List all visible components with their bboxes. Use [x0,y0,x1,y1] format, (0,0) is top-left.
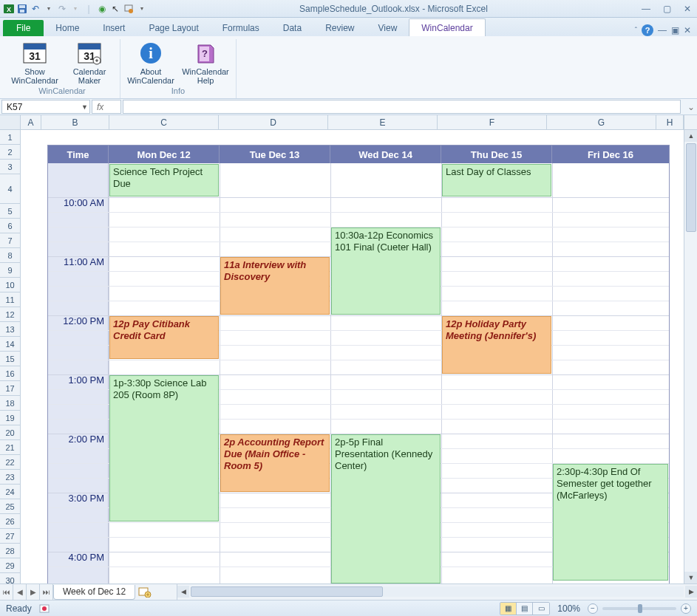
qat-customize-icon[interactable]: ▼ [136,3,148,15]
event-tue-2p[interactable]: 2p Accounting Report Due (Main Office - … [220,434,330,492]
qat-globe-icon[interactable]: ◉ [96,3,108,15]
tab-home[interactable]: Home [44,19,91,36]
zoom-slider[interactable]: − + [588,603,691,614]
workbook-min-icon[interactable]: ― [658,25,667,35]
row-8[interactable]: 8 [0,248,20,263]
row-1[interactable]: 1 [0,130,20,145]
zoom-thumb[interactable] [638,604,642,613]
maximize-button[interactable]: ▢ [660,4,673,14]
col-E[interactable]: E [328,115,438,129]
hscroll-thumb[interactable] [191,586,383,597]
qat-tools-icon[interactable] [123,3,135,15]
qat-cursor-icon[interactable]: ↖ [109,3,121,15]
event-mon-12p[interactable]: 12p Pay Citibank Credit Card [109,316,219,359]
event-mon-1p[interactable]: 1p-3:30p Science Lab 205 (Room 8P) [109,375,219,521]
row-23[interactable]: 23 [0,470,20,485]
view-page-break-icon[interactable]: ▭ [533,603,549,615]
formula-input[interactable] [123,100,681,114]
row-18[interactable]: 18 [0,396,20,411]
row-7[interactable]: 7 [0,233,20,248]
tab-view[interactable]: View [367,19,409,36]
undo-icon[interactable]: ↶ [30,3,41,15]
calendar-maker-button[interactable]: 31 Calendar Maker [67,41,112,85]
row-12[interactable]: 12 [0,307,20,322]
row-10[interactable]: 10 [0,278,20,292]
zoom-percent[interactable]: 100% [557,603,580,614]
tab-data[interactable]: Data [271,19,313,36]
name-box-dropdown-icon[interactable]: ▼ [81,103,88,111]
row-28[interactable]: 28 [0,544,20,558]
tab-page-layout[interactable]: Page Layout [137,19,210,36]
row-11[interactable]: 11 [0,292,20,307]
about-wincalendar-button[interactable]: i About WinCalendar [128,41,174,85]
col-B[interactable]: B [41,115,109,129]
select-all-corner[interactable] [0,115,21,129]
row-27[interactable]: 27 [0,529,20,544]
row-9[interactable]: 9 [0,263,20,278]
row-4[interactable]: 4 [0,174,20,204]
minimize-button[interactable]: ― [639,4,653,14]
row-26[interactable]: 26 [0,514,20,529]
event-tue-11a[interactable]: 11a Interview with Discovery [220,257,330,315]
sheet-nav-last-icon[interactable]: ⏭ [40,584,53,600]
row-20[interactable]: 20 [0,425,20,440]
view-page-layout-icon[interactable]: ▤ [517,603,533,615]
event-thu-12p[interactable]: 12p Holiday Party Meeting (Jennifer's) [442,316,551,374]
row-5[interactable]: 5 [0,204,20,219]
event-fri-230[interactable]: 2:30p-4:30p End Of Semester get together… [553,464,668,581]
new-sheet-icon[interactable] [135,584,154,600]
tab-file[interactable]: File [3,20,44,36]
vscroll-up-icon[interactable]: ▲ [684,130,697,142]
wincalendar-help-button[interactable]: ? WinCalendar Help [183,41,228,85]
workbook-restore-icon[interactable]: ▣ [671,25,679,35]
tab-wincalendar[interactable]: WinCalendar [409,18,485,36]
save-icon[interactable] [16,3,28,15]
col-H[interactable]: H [656,115,684,129]
close-button[interactable]: ✕ [681,4,694,14]
zoom-in-icon[interactable]: + [681,603,691,614]
vscroll-down-icon[interactable]: ▼ [684,572,697,584]
undo-dropdown-icon[interactable]: ▼ [43,3,55,15]
name-box[interactable]: K57 ▼ [1,100,90,114]
vscroll-thumb[interactable] [686,143,696,232]
row-29[interactable]: 29 [0,558,20,573]
event-wed-1030[interactable]: 10:30a-12p Economics 101 Final (Cueter H… [331,227,441,315]
event-allday-thu[interactable]: Last Day of Classes [442,164,551,196]
row-3[interactable]: 3 [0,160,20,174]
event-allday-mon[interactable]: Science Tech Project Due [109,164,219,196]
vertical-scrollbar[interactable]: ▲ ▼ [684,130,697,584]
row-21[interactable]: 21 [0,440,20,455]
col-D[interactable]: D [219,115,328,129]
row-13[interactable]: 13 [0,322,20,337]
sheet-nav-next-icon[interactable]: ▶ [27,584,40,600]
redo-icon[interactable]: ↷ [56,3,68,15]
event-wed-2p[interactable]: 2p-5p Final Presentation (Kennedy Center… [331,434,441,584]
spreadsheet-cells[interactable]: Time Mon Dec 12 Tue Dec 13 Wed Dec 14 Th… [21,130,684,584]
sheet-tab-active[interactable]: Week of Dec 12 [53,585,135,600]
row-22[interactable]: 22 [0,455,20,470]
tab-review[interactable]: Review [313,19,366,36]
col-F[interactable]: F [438,115,547,129]
row-6[interactable]: 6 [0,219,20,233]
macro-record-icon[interactable] [39,603,51,614]
col-G[interactable]: G [547,115,656,129]
horizontal-scrollbar[interactable]: ◀ ▶ [177,584,697,600]
help-icon[interactable]: ? [642,24,653,36]
hscroll-left-icon[interactable]: ◀ [177,586,189,598]
minimize-ribbon-icon[interactable]: ˆ [635,27,637,35]
zoom-track[interactable] [602,607,676,610]
row-25[interactable]: 25 [0,499,20,514]
tab-formulas[interactable]: Formulas [211,19,271,36]
hscroll-right-icon[interactable]: ▶ [685,586,697,598]
workbook-close-icon[interactable]: ✕ [684,25,691,35]
row-14[interactable]: 14 [0,337,20,352]
fx-button[interactable]: fx [92,100,121,114]
sheet-nav-prev-icon[interactable]: ◀ [13,584,27,600]
row-15[interactable]: 15 [0,352,20,366]
row-30[interactable]: 30 [0,573,20,584]
row-16[interactable]: 16 [0,366,20,381]
col-C[interactable]: C [109,115,219,129]
formula-expand-icon[interactable]: ⌄ [685,99,697,114]
sheet-nav-first-icon[interactable]: ⏮ [0,584,13,600]
show-wincalendar-button[interactable]: 31 Show WinCalendar [12,41,58,85]
